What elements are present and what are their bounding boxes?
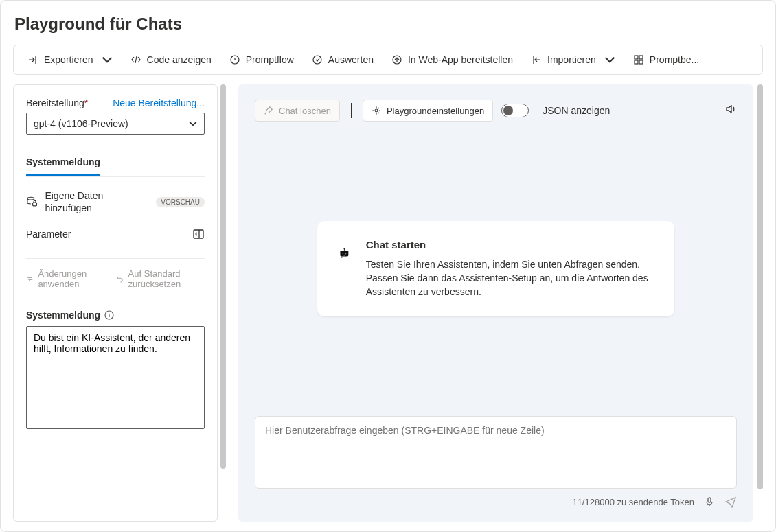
deploy-button[interactable]: In Web-App bereitstellen [391,54,513,65]
show-code-label: Code anzeigen [147,54,212,65]
chat-scrollbar[interactable] [757,84,763,522]
chevron-down-icon [102,54,113,65]
evaluate-label: Auswerten [328,54,374,65]
assistant-setup-panel: Bereitstellung* Neue Bereitstellung... g… [13,84,218,522]
start-chat-card: Chat starten Testen Sie Ihren Assistente… [317,221,674,317]
panel-expand-icon [192,228,205,240]
start-chat-heading: Chat starten [366,239,654,251]
new-deployment-link[interactable]: Neue Bereitstellung... [113,97,205,108]
info-icon[interactable] [104,310,114,320]
mic-icon[interactable] [704,496,715,507]
start-chat-body: Testen Sie Ihren Assistenten, indem Sie … [366,257,654,299]
code-icon [130,54,141,65]
apply-changes-button: Änderungen anwenden [26,268,104,289]
chat-toolbar: Chat löschen Playgroundeinstellungen JSO… [255,100,737,122]
system-message-heading: Systemmeldung [26,310,205,321]
svg-rect-4 [639,56,643,59]
gear-icon [372,106,381,115]
chat-panel: Chat löschen Playgroundeinstellungen JSO… [238,84,753,522]
bot-icon [338,239,351,269]
speaker-button[interactable] [724,103,737,118]
data-lock-icon [26,196,38,208]
deployment-label: Bereitstellung* [26,97,88,108]
grid-icon [633,54,644,65]
import-label: Importieren [547,54,596,65]
show-code-button[interactable]: Code anzeigen [130,54,212,65]
add-own-data-label: Eigene Daten hinzufügen [45,189,149,214]
import-icon [531,54,542,65]
svg-rect-15 [708,498,711,502]
chat-input[interactable] [265,425,727,477]
svg-point-1 [313,56,321,64]
chat-input-area[interactable] [255,416,737,489]
json-toggle[interactable] [501,104,529,117]
evaluate-icon [312,54,323,65]
deployment-value: gpt-4 (v1106-Preview) [34,118,128,129]
clear-chat-button: Chat löschen [255,100,340,122]
top-toolbar: Exportieren Code anzeigen Promptflow Aus… [13,45,763,75]
export-label: Exportieren [44,54,93,65]
page-title: Playground für Chats [1,1,775,45]
promptbe-label: Promptbe... [650,54,699,65]
playground-settings-button[interactable]: Playgroundeinstellungen [363,100,493,122]
chevron-down-icon [189,119,197,128]
chevron-down-icon [604,54,615,65]
deployment-select[interactable]: gpt-4 (v1106-Preview) [26,113,205,135]
svg-rect-3 [635,56,638,59]
parameter-label: Parameter [26,229,71,240]
svg-rect-6 [639,60,643,64]
undo-icon [116,273,124,284]
flow-icon [229,54,240,65]
svg-point-14 [345,253,347,254]
tab-system-message[interactable]: Systemmeldung [26,151,100,176]
parameter-row[interactable]: Parameter [26,228,205,240]
promptbe-button[interactable]: Promptbe... [633,54,699,65]
export-icon [27,54,38,65]
json-toggle-label: JSON anzeigen [543,105,610,116]
ghost-actions: Änderungen anwenden Auf Standard zurücks… [26,268,205,289]
deploy-label: In Web-App bereitstellen [408,54,513,65]
svg-rect-8 [33,203,37,206]
add-own-data-item[interactable]: Eigene Daten hinzufügen VORSCHAU [26,189,205,214]
broom-icon [264,106,273,115]
send-icon[interactable] [724,496,737,508]
chat-footer: 11/128000 zu sendende Token [255,496,737,508]
swap-icon [26,273,34,284]
deploy-icon [391,54,402,65]
promptflow-label: Promptflow [246,54,294,65]
sidebar-scrollbar[interactable] [220,84,226,522]
speaker-icon [724,103,737,115]
import-menu[interactable]: Importieren [531,54,615,65]
reset-default-button: Auf Standard zurücksetzen [116,268,205,289]
svg-point-7 [27,197,34,200]
svg-point-11 [375,109,378,112]
svg-point-13 [342,253,343,254]
token-info: 11/128000 zu sendende Token [572,497,694,507]
setup-tabs: Systemmeldung [26,151,205,177]
export-menu[interactable]: Exportieren [27,54,113,65]
promptflow-button[interactable]: Promptflow [229,54,294,65]
evaluate-button[interactable]: Auswerten [312,54,374,65]
svg-rect-5 [635,60,638,64]
system-message-input[interactable] [26,326,205,429]
preview-badge: VORSCHAU [156,197,205,207]
